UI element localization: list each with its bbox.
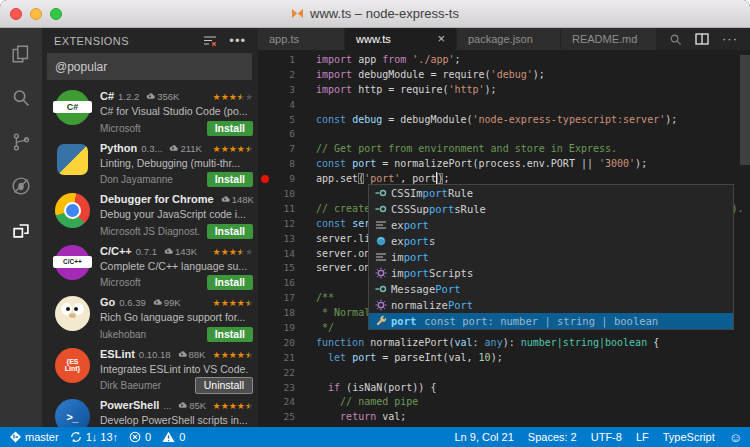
line-number: 5 xyxy=(271,114,295,125)
star-full-icon: ★ xyxy=(229,351,237,360)
code-line[interactable]: 24 // named pipe xyxy=(258,394,750,409)
line-number: 25 xyxy=(271,411,295,422)
keyword-suggestion-icon xyxy=(373,219,388,231)
code-line[interactable]: 21 let port = parseInt(val, 10); xyxy=(258,350,750,365)
extension-item[interactable]: C/C++C/C++0.7.1143K★★★★★★Complete C/C++ … xyxy=(42,241,258,293)
language-indicator[interactable]: TypeScript xyxy=(663,431,715,443)
suggestion-item[interactable]: import xyxy=(369,249,733,265)
editor-scrollbar[interactable] xyxy=(740,55,750,165)
code-token: import xyxy=(316,69,358,80)
suggestion-item[interactable]: MessagePort xyxy=(369,281,733,297)
suggestion-label: port xyxy=(391,315,416,327)
errors-status[interactable]: 0 xyxy=(129,431,151,443)
tab-www-ts[interactable]: www.ts × xyxy=(345,28,457,50)
install-button[interactable]: Install xyxy=(207,172,253,187)
star-full-icon: ★ xyxy=(213,248,221,257)
tab-package-json[interactable]: package.json xyxy=(457,28,561,50)
suggestion-item[interactable]: export xyxy=(369,217,733,233)
extension-publisher: lukehoban xyxy=(100,329,146,340)
suggestion-item[interactable]: CSSImportRule xyxy=(369,185,733,201)
encoding-indicator[interactable]: UTF-8 xyxy=(591,431,622,443)
star-full-icon: ★ xyxy=(221,93,229,102)
git-branch-status[interactable]: master xyxy=(10,431,59,443)
code-token: const xyxy=(316,158,352,169)
code-line[interactable]: 8const port = normalizePort(process.env.… xyxy=(258,156,750,171)
extension-item[interactable]: C#C#1.2.2356K★★★★★★C# for Visual Studio … xyxy=(42,86,258,138)
extension-info: ESLint0.10.1888K★★★★★★Integrates ESLint … xyxy=(100,344,253,396)
code-line[interactable]: 2import debugModule = require('debug'); xyxy=(258,67,750,82)
suggestion-item[interactable]: normalizePort xyxy=(369,297,733,313)
indentation-indicator[interactable]: Spaces: 2 xyxy=(528,431,577,443)
more-actions-icon[interactable]: ··· xyxy=(722,35,738,43)
extension-footer-row: MicrosoftInstall xyxy=(100,275,253,291)
code-line[interactable]: 7// Get port from environment and store … xyxy=(258,141,750,156)
code-line[interactable]: 1import app from './app'; xyxy=(258,52,750,67)
extension-footer-row: Don JayamanneInstall xyxy=(100,172,253,188)
extension-item[interactable]: Python0.3...211K★★★★★★Linting, Debugging… xyxy=(42,138,258,190)
extension-item[interactable]: Go0.6.3999K★★★★★★Rich Go language suppor… xyxy=(42,292,258,344)
sync-status[interactable]: 1↓ 13↑ xyxy=(70,431,118,443)
uninstall-button[interactable]: Uninstall xyxy=(195,377,253,394)
code-line[interactable]: 22 xyxy=(258,365,750,380)
extension-publisher: Microsoft JS Diagnost... xyxy=(100,226,200,237)
extension-header-row: C#1.2.2356K★★★★★★ xyxy=(100,90,253,102)
explorer-icon[interactable] xyxy=(9,42,33,66)
suggestion-item[interactable]: importScripts xyxy=(369,265,733,281)
code-text: const debug = debugModule('node-express-… xyxy=(316,114,677,125)
install-button[interactable]: Install xyxy=(207,121,253,136)
tab-readme-md[interactable]: README.md xyxy=(561,28,657,50)
suggestion-match: port xyxy=(391,315,416,327)
line-col-indicator[interactable]: Ln 9, Col 21 xyxy=(454,431,513,443)
code-token: ; xyxy=(455,54,461,65)
powershell-logo-icon: >_ xyxy=(55,399,90,427)
debug-icon[interactable] xyxy=(9,174,33,198)
line-number: 9 xyxy=(271,173,295,184)
code-line[interactable]: 23 if (isNaN(port)) { xyxy=(258,380,750,395)
star-empty-icon: ★ xyxy=(245,248,253,257)
suggestion-item[interactable]: portconst port: number | string | boolea… xyxy=(369,313,733,329)
extensions-search-input[interactable] xyxy=(47,53,252,80)
suggestion-item[interactable]: exports xyxy=(369,233,733,249)
extension-name: C# xyxy=(100,90,114,102)
close-button[interactable] xyxy=(10,8,22,20)
code-line[interactable]: 4 xyxy=(258,97,750,112)
sidebar-title: EXTENSIONS xyxy=(54,35,129,47)
code-editor[interactable]: 1import app from './app';2import debugMo… xyxy=(258,50,750,427)
install-button[interactable]: Install xyxy=(207,275,253,290)
extension-item[interactable]: {ESLint}ESLint0.10.1888K★★★★★★Integrates… xyxy=(42,344,258,396)
suggestion-match: port xyxy=(404,219,429,231)
download-count-icon xyxy=(168,143,178,154)
install-button[interactable]: Install xyxy=(207,327,253,342)
eol-indicator[interactable]: LF xyxy=(636,431,649,443)
zoom-button[interactable] xyxy=(50,8,62,20)
code-line[interactable]: 25 return val; xyxy=(258,409,750,424)
source-control-icon[interactable] xyxy=(9,130,33,154)
search-icon[interactable] xyxy=(9,86,33,110)
minimize-button[interactable] xyxy=(30,8,42,20)
suggestion-text: ex xyxy=(391,219,404,231)
tab-app-ts[interactable]: app.ts xyxy=(258,28,345,50)
clear-extensions-filter-icon[interactable] xyxy=(203,35,217,47)
open-preview-icon[interactable] xyxy=(669,33,682,46)
extensions-icon[interactable] xyxy=(9,218,33,242)
star-full-icon: ★ xyxy=(213,93,221,102)
code-text: /** xyxy=(316,292,334,303)
code-line[interactable]: 3import http = require('http'); xyxy=(258,82,750,97)
line-number: 2 xyxy=(271,69,295,80)
install-button[interactable]: Install xyxy=(207,224,253,239)
code-text: // Get port from environment and store i… xyxy=(316,143,617,154)
sidebar-more-actions-icon[interactable]: ••• xyxy=(229,36,246,46)
extension-name: Python xyxy=(100,142,137,154)
suggestion-item[interactable]: CSSSupportsRule xyxy=(369,201,733,217)
close-tab-icon[interactable]: × xyxy=(437,34,445,44)
code-line[interactable]: 6 xyxy=(258,126,750,141)
code-line[interactable]: 5const debug = debugModule('node-express… xyxy=(258,112,750,127)
breakpoint-gutter[interactable] xyxy=(258,175,271,183)
extension-item[interactable]: >_PowerShell...85K★★★★★★Develop PowerShe… xyxy=(42,395,258,427)
split-editor-icon[interactable] xyxy=(695,33,709,45)
code-token xyxy=(316,382,328,393)
feedback-smiley-icon[interactable]: ☺ xyxy=(729,431,742,444)
code-line[interactable]: 20function normalizePort(val: any): numb… xyxy=(258,335,750,350)
warnings-status[interactable]: 0 xyxy=(162,431,185,443)
extension-item[interactable]: Debugger for Chrome148KDebug your JavaSc… xyxy=(42,189,258,241)
